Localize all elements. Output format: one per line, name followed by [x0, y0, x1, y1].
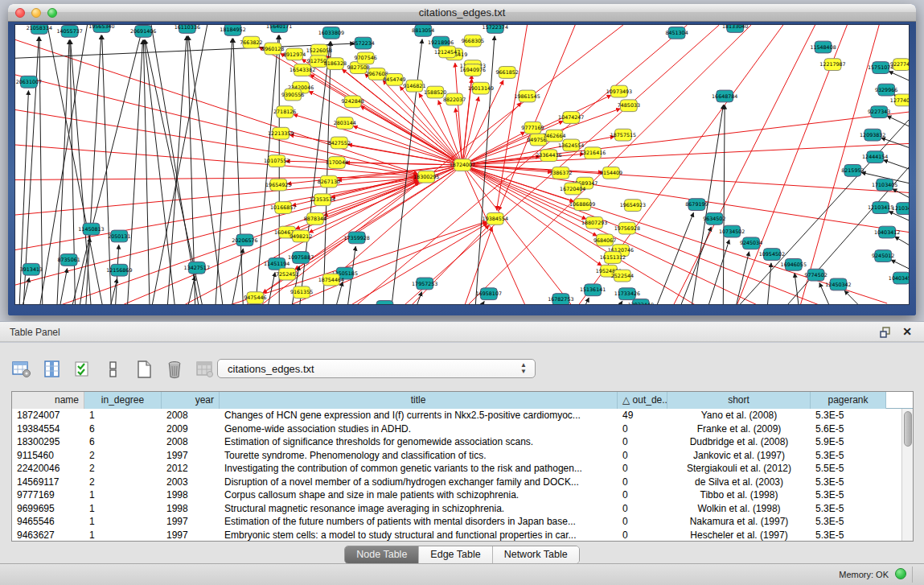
column-header-year[interactable]: year	[162, 392, 220, 409]
graph-node[interactable]: 2803144	[334, 117, 356, 130]
table-cell[interactable]: Embryonic stem cells: a model to study s…	[220, 529, 618, 542]
graph-edge[interactable]	[884, 160, 909, 169]
graph-node[interactable]: 8572234	[352, 37, 375, 49]
float-panel-icon[interactable]	[879, 326, 892, 339]
graph-node[interactable]: 18184952	[220, 25, 245, 35]
table-cell[interactable]: 2	[84, 476, 162, 489]
graph-node[interactable]: 13216416	[580, 147, 606, 159]
graph-node[interactable]: 16946055	[781, 258, 807, 270]
table-cell[interactable]: 1997	[162, 515, 220, 529]
vertical-scrollbar[interactable]	[901, 409, 913, 541]
graph-node[interactable]: 12774034	[890, 94, 909, 106]
graph-edge[interactable]	[15, 177, 417, 180]
table-cell[interactable]: 5.3E-5	[811, 449, 886, 463]
graph-node[interactable]: 8822037	[443, 93, 466, 105]
table-cell[interactable]: 1998	[162, 488, 220, 502]
graph-edge[interactable]	[323, 42, 331, 304]
table-row[interactable]: 977716911998Corpus callosum shape and si…	[12, 488, 901, 502]
graph-edge[interactable]	[299, 42, 331, 304]
table-cell[interactable]: 18300295	[12, 435, 84, 449]
table-cell[interactable]: 0	[618, 476, 667, 489]
node-table[interactable]: namein_degreeyeartitle△ out_de...shortpa…	[11, 391, 914, 542]
graph-node[interactable]: 17957253	[412, 278, 437, 290]
table-cell[interactable]: Tibbo et al. (1998)	[667, 488, 811, 502]
column-header-out_de[interactable]: △ out_de...	[618, 392, 667, 409]
table-cell[interactable]: 0	[618, 529, 667, 542]
graph-node[interactable]: 9227343	[868, 106, 890, 118]
new-table-icon[interactable]	[133, 360, 154, 379]
table-cell[interactable]: 1998	[162, 502, 220, 516]
table-cell[interactable]: 19384554	[12, 422, 84, 436]
graph-node[interactable]: 20206576	[232, 234, 257, 246]
table-cell[interactable]: 49	[618, 409, 667, 422]
graph-node[interactable]: 8451304	[665, 27, 688, 39]
graph-node[interactable]: 19654923	[620, 200, 646, 212]
graph-node[interactable]: 17359928	[344, 232, 370, 244]
graph-node[interactable]: 21058334	[27, 25, 52, 34]
graph-edge[interactable]	[893, 189, 909, 198]
table-cell[interactable]: 2008	[162, 435, 220, 449]
network-view-window[interactable]: citations_edges.txt 18724007183002951938…	[8, 4, 916, 315]
table-cell[interactable]: Changes of HCN gene expression and I(f) …	[220, 409, 618, 422]
graph-node[interactable]: 12093832	[860, 129, 885, 141]
graph-edge[interactable]	[583, 298, 589, 304]
table-cell[interactable]: 2008	[162, 409, 220, 422]
table-cell[interactable]: 6	[84, 422, 162, 436]
table-cell[interactable]: Yano et al. (2008)	[667, 409, 811, 422]
table-cell[interactable]: 0	[618, 422, 667, 436]
table-cell[interactable]: 1997	[162, 529, 220, 542]
table-cell[interactable]: 0	[618, 502, 667, 516]
table-cell[interactable]: 9699695	[12, 502, 84, 516]
column-edit-icon[interactable]	[42, 360, 63, 379]
graph-node[interactable]: 8813054	[412, 25, 434, 36]
table-body[interactable]: 1872400712008Changes of HCN gene express…	[12, 409, 901, 541]
column-header-short[interactable]: short	[667, 392, 811, 409]
table-cell[interactable]: de Silva et al. (2003)	[667, 476, 811, 489]
table-cell[interactable]: Disruption of a novel member of a sodium…	[220, 476, 618, 489]
table-cell[interactable]: 9777169	[12, 488, 84, 502]
graph-node[interactable]: 10734502	[719, 225, 745, 237]
graph-node[interactable]: 8427552	[328, 137, 351, 149]
table-cell[interactable]: 5.6E-5	[811, 422, 886, 436]
graph-edge[interactable]	[462, 165, 887, 303]
table-cell[interactable]: Structural magnetic resonance image aver…	[220, 502, 618, 516]
column-header-name[interactable]: name	[12, 392, 84, 409]
network-canvas[interactable]: 1872400718300295193845542105833414055737…	[14, 24, 910, 305]
table-cell[interactable]: Hescheler et al. (1997)	[667, 529, 811, 542]
table-cell[interactable]: Franke et al. (2009)	[667, 422, 811, 436]
table-cell[interactable]: Stergiakouli et al. (2012)	[667, 462, 811, 476]
table-cell[interactable]: 1	[84, 515, 162, 529]
graph-node[interactable]: 8679199	[685, 199, 708, 211]
table-row[interactable]: 969969511998Structural magnetic resonanc…	[12, 502, 901, 516]
table-cell[interactable]: 1997	[162, 449, 220, 463]
table-cell[interactable]: 1	[84, 488, 162, 502]
graph-node[interactable]: 15226058	[306, 44, 332, 56]
graph-node[interactable]: 9777169	[521, 122, 544, 134]
graph-node[interactable]: 9245012	[872, 250, 894, 262]
table-cell[interactable]: 6	[84, 435, 162, 449]
graph-node[interactable]: 9245034	[740, 237, 762, 249]
graph-edge[interactable]	[60, 269, 68, 304]
graph-edge[interactable]	[680, 227, 712, 304]
graph-node[interactable]: 14055737	[56, 25, 82, 37]
graph-edge[interactable]	[15, 71, 418, 175]
table-cell[interactable]: 0	[618, 449, 667, 463]
table-cell[interactable]: Nakamura et al. (1997)	[667, 515, 811, 529]
table-cell[interactable]: 2012	[162, 462, 220, 476]
graph-node[interactable]: 9684067	[593, 234, 616, 246]
table-cell[interactable]: 5.3E-5	[811, 529, 886, 542]
graph-node[interactable]: 15640171	[266, 25, 292, 32]
graph-node[interactable]: 9498212	[290, 230, 312, 242]
graph-edge[interactable]	[15, 178, 417, 216]
table-row[interactable]: 2242004622012Investigating the contribut…	[12, 462, 901, 476]
table-settings-icon[interactable]	[11, 360, 32, 379]
table-cell[interactable]: 2003	[162, 476, 220, 489]
graph-node[interactable]: 8186328	[324, 58, 347, 70]
graph-edge[interactable]	[462, 165, 909, 233]
graph-node[interactable]: 8912974	[283, 48, 306, 60]
graph-node[interactable]: 2522544	[611, 270, 634, 282]
graph-edge[interactable]	[887, 116, 909, 126]
table-cell[interactable]: 0	[618, 435, 667, 449]
graph-edge[interactable]	[617, 301, 622, 304]
graph-node[interactable]: 12444154	[862, 151, 888, 163]
